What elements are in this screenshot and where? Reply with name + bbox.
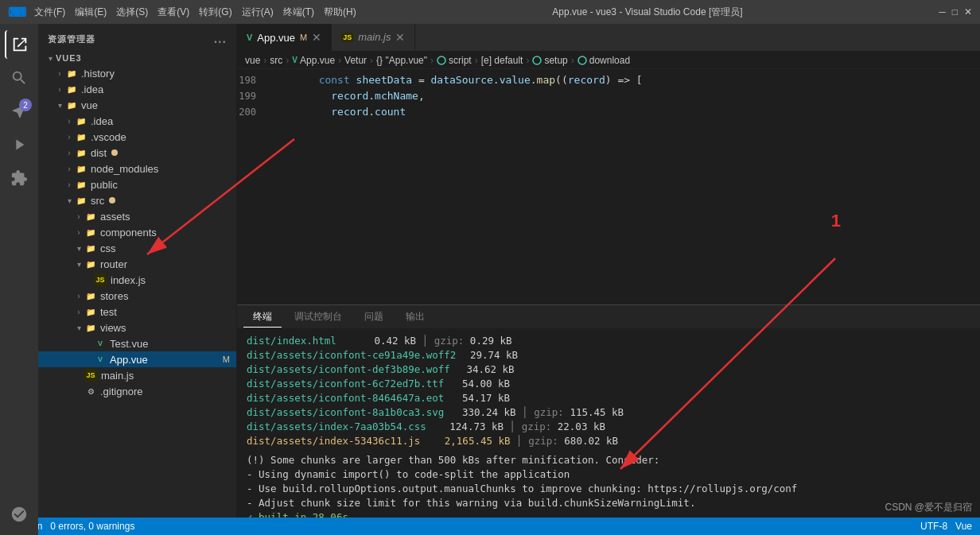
terminal-line: dist/assets/iconfont-ce91a49e.woff2 29.7… — [247, 348, 970, 362]
tree-label: node_modules — [91, 163, 158, 175]
tree-item-router[interactable]: ▾ 📁 router — [38, 256, 236, 272]
tree-label: test — [100, 306, 117, 318]
window-controls[interactable]: ─ □ ✕ — [939, 6, 972, 17]
sidebar-more-button[interactable]: ... — [214, 32, 227, 46]
bc-download[interactable]: download — [578, 55, 630, 66]
activity-bar: 2 — [0, 24, 38, 535]
menu-edit[interactable]: 编辑(E) — [75, 6, 107, 19]
language-mode[interactable]: Vue — [955, 521, 972, 532]
code-line-198: 198 const sheetData = dataSource.value.m… — [237, 72, 980, 88]
tree-item-css[interactable]: ▾ 📁 css — [38, 240, 236, 256]
source-control-badge: 2 — [19, 99, 32, 111]
sidebar-header: 资源管理器 ... — [38, 24, 236, 51]
menu-view[interactable]: 查看(V) — [158, 6, 189, 19]
bc-src[interactable]: src — [270, 55, 282, 66]
tree-item-test-vue[interactable]: › V Test.vue — [38, 335, 236, 351]
tree-item-main-js[interactable]: › JS main.js — [38, 367, 236, 383]
error-warning-count[interactable]: 0 errors, 0 warnings — [50, 521, 134, 532]
explorer-icon[interactable] — [5, 30, 33, 59]
encoding: UTF-8 — [920, 521, 947, 532]
tree-item-components[interactable]: › 📁 components — [38, 224, 236, 240]
remote-icon[interactable] — [5, 500, 33, 529]
tree-item-vue3[interactable]: ▾ VUE3 — [38, 51, 236, 65]
content-area: 资源管理器 ... ▾ VUE3 › 📁 .history › — [38, 24, 980, 535]
bc-obj[interactable]: {} "App.vue" — [376, 55, 427, 66]
tree-item-router-index[interactable]: › JS index.js — [38, 272, 236, 288]
tree-item-history[interactable]: › 📁 .history — [38, 65, 236, 81]
menu-goto[interactable]: 转到(G) — [199, 6, 231, 19]
tree-item-public[interactable]: › 📁 public — [38, 176, 236, 192]
maximize-button[interactable]: □ — [952, 6, 958, 17]
tree-label: .vscode — [91, 131, 126, 143]
tree-item-views[interactable]: ▾ 📁 views — [38, 320, 236, 335]
tab-close-button[interactable]: ✕ — [395, 32, 405, 43]
chevron-icon: › — [83, 274, 94, 285]
terminal-tab-terminal[interactable]: 终端 — [243, 307, 282, 328]
tree-item-vue[interactable]: ▾ 📁 vue — [38, 97, 236, 113]
tree-item-dist[interactable]: › 📁 dist — [38, 145, 236, 161]
bc-app-vue[interactable]: V App.vue — [292, 55, 335, 66]
terminal-line: dist/assets/iconfont-8464647a.eot 54.17 … — [247, 391, 970, 405]
chevron-icon: › — [73, 227, 84, 238]
tree-item-gitignore[interactable]: › ⚙ .gitignore — [38, 383, 236, 399]
chevron-icon: › — [73, 306, 84, 317]
menu-help[interactable]: 帮助(H) — [324, 6, 356, 19]
tree-item-test[interactable]: › 📁 test — [38, 304, 236, 320]
bc-vetur[interactable]: Vetur — [344, 55, 367, 66]
tab-close-button[interactable]: ✕ — [312, 32, 321, 43]
menu-terminal[interactable]: 终端(T) — [283, 6, 314, 19]
tree-item-idea-vue[interactable]: › 📁 .idea — [38, 113, 236, 129]
editor-terminal-container: 198 const sheetData = dataSource.value.m… — [237, 69, 980, 535]
chevron-icon: ▾ — [73, 322, 84, 333]
bc-default[interactable]: [e] default — [481, 55, 523, 66]
bc-vue[interactable]: vue — [245, 55, 260, 66]
bc-script[interactable]: script — [437, 55, 472, 66]
js-file-icon: JS — [94, 273, 107, 286]
run-icon[interactable] — [5, 130, 33, 159]
folder-icon: 📁 — [65, 83, 78, 95]
code-line-199: 199 record.mchName, — [237, 88, 980, 104]
terminal-tab-output[interactable]: 输出 — [396, 307, 434, 327]
terminal-line: - Use build.rollupOptions.output.manualC… — [247, 482, 970, 496]
tree-item-stores[interactable]: › 📁 stores — [38, 288, 236, 304]
chevron-icon: › — [64, 131, 75, 142]
code-editor[interactable]: 198 const sheetData = dataSource.value.m… — [237, 69, 980, 304]
menu-select[interactable]: 选择(S) — [116, 6, 148, 19]
tree-label: public — [91, 179, 118, 191]
tab-app-vue[interactable]: V App.vue M ✕ — [237, 24, 332, 51]
folder-icon: 📁 — [65, 99, 78, 111]
vue-file-icon: V — [94, 353, 107, 366]
tree-label: css — [100, 242, 116, 254]
extensions-icon[interactable] — [5, 164, 33, 192]
bc-setup[interactable]: setup — [532, 55, 567, 66]
terminal-content[interactable]: dist/index.html 0.42 kB │ gzip: 0.29 kB … — [237, 329, 980, 535]
tab-main-js[interactable]: JS main.js ✕ — [332, 24, 415, 51]
chevron-icon: › — [54, 68, 65, 79]
menu-run[interactable]: 运行(A) — [242, 6, 274, 19]
tree-item-idea-root[interactable]: › 📁 .idea — [38, 81, 236, 97]
chevron-icon: ▾ — [73, 242, 84, 254]
source-control-icon[interactable]: 2 — [5, 97, 33, 126]
chevron-icon: › — [64, 163, 75, 174]
terminal-tab-bar: 终端 调试控制台 问题 输出 — [237, 305, 980, 329]
code-line-200: 200 record.count — [237, 104, 980, 120]
js-file-icon: JS — [84, 369, 97, 382]
minimize-button[interactable]: ─ — [939, 6, 946, 17]
tree-label: views — [100, 322, 126, 334]
file-icon: ⚙ — [84, 385, 97, 397]
terminal-tab-debug[interactable]: 调试控制台 — [285, 307, 352, 327]
close-button[interactable]: ✕ — [964, 6, 972, 17]
js-tab-icon: JS — [341, 33, 353, 42]
tree-item-app-vue[interactable]: › V App.vue M — [38, 351, 236, 367]
menu-bar[interactable]: 文件(F) 编辑(E) 选择(S) 查看(V) 转到(G) 运行(A) 终端(T… — [34, 6, 356, 19]
menu-file[interactable]: 文件(F) — [34, 6, 65, 19]
status-bar: ⎇ main 0 errors, 0 warnings UTF-8 Vue — [0, 518, 980, 535]
tree-item-src[interactable]: ▾ 📁 src — [38, 192, 236, 208]
window-title: App.vue - vue3 - Visual Studio Code [管理员… — [552, 6, 742, 19]
tree-item-node-modules[interactable]: › 📁 node_modules — [38, 161, 236, 176]
folder-icon: 📁 — [84, 226, 97, 238]
tree-item-assets[interactable]: › 📁 assets — [38, 208, 236, 224]
search-icon[interactable] — [5, 64, 33, 92]
terminal-tab-problems[interactable]: 问题 — [355, 307, 393, 327]
tree-item-vscode[interactable]: › 📁 .vscode — [38, 129, 236, 145]
